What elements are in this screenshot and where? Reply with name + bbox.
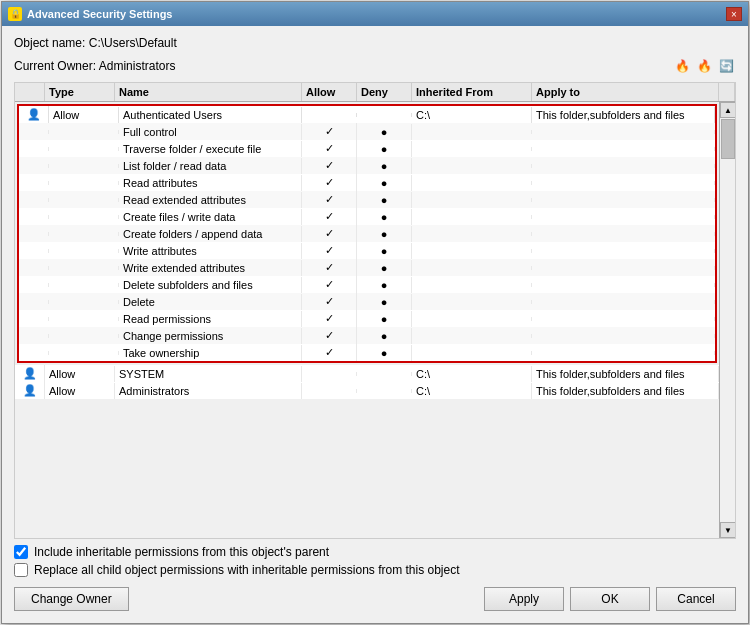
perm-deny-12: ●	[357, 328, 412, 344]
right-buttons: Apply OK Cancel	[484, 587, 736, 611]
owner-icons: 🔥 🔥 🔄	[672, 56, 736, 76]
permission-group-authenticated-users: 👤 Allow Authenticated Users C:\ This fol…	[17, 104, 717, 363]
cancel-button[interactable]: Cancel	[656, 587, 736, 611]
group-header-row: 👤 Allow Authenticated Users C:\ This fol…	[19, 106, 715, 123]
table-row: Change permissions ✓ ●	[19, 327, 715, 344]
owner-row: Current Owner: Administrators 🔥 🔥 🔄	[14, 56, 736, 76]
perm-allow-6: ✓	[302, 225, 357, 242]
table-row: 👤 Allow SYSTEM C:\ This folder,subfolder…	[15, 365, 719, 382]
group-apply: This folder,subfolders and files	[532, 107, 715, 123]
col-allow: Allow	[302, 83, 357, 101]
perm-deny-8: ●	[357, 260, 412, 276]
table-row: Take ownership ✓ ●	[19, 344, 715, 361]
perm-name-0: Full control	[119, 124, 302, 140]
perm-name-8: Write extended attributes	[119, 260, 302, 276]
perm-deny-13: ●	[357, 345, 412, 361]
perm-allow-9: ✓	[302, 276, 357, 293]
perm-allow-5: ✓	[302, 208, 357, 225]
perm-name-5: Create files / write data	[119, 209, 302, 225]
perm-name-13: Take ownership	[119, 345, 302, 361]
table-row: Read permissions ✓ ●	[19, 310, 715, 327]
table-row: Delete subfolders and files ✓ ●	[19, 276, 715, 293]
owner-info: Current Owner: Administrators	[14, 59, 175, 73]
scroll-down-button[interactable]: ▼	[720, 522, 735, 538]
perm-deny-2: ●	[357, 158, 412, 174]
title-bar: 🔒 Advanced Security Settings ×	[2, 2, 748, 26]
perm-name-11: Read permissions	[119, 311, 302, 327]
change-owner-button[interactable]: Change Owner	[14, 587, 129, 611]
perm-deny-7: ●	[357, 243, 412, 259]
system-user-icon: 👤	[15, 365, 45, 382]
perm-allow-13: ✓	[302, 344, 357, 361]
perm-allow-8: ✓	[302, 259, 357, 276]
checkboxes-section: Include inheritable permissions from thi…	[14, 545, 736, 577]
table-row: Traverse folder / execute file ✓ ●	[19, 140, 715, 157]
perm-name-10: Delete	[119, 294, 302, 310]
object-name-row: Object name: C:\Users\Default	[14, 36, 736, 50]
scrollbar[interactable]: ▲ ▼	[719, 102, 735, 538]
checkbox-inheritable[interactable]	[14, 545, 28, 559]
window-icon: 🔒	[8, 7, 22, 21]
close-button[interactable]: ×	[726, 7, 742, 21]
table-row: Create folders / append data ✓ ●	[19, 225, 715, 242]
table-row: List folder / read data ✓ ●	[19, 157, 715, 174]
perm-deny-4: ●	[357, 192, 412, 208]
perm-allow-4: ✓	[302, 191, 357, 208]
system-inherited: C:\	[412, 366, 532, 382]
scrollbar-thumb[interactable]	[721, 119, 735, 159]
admins-inherited: C:\	[412, 383, 532, 399]
group-allow-col	[302, 113, 357, 117]
checkbox-replace-label: Replace all child object permissions wit…	[34, 563, 460, 577]
table-row: Delete ✓ ●	[19, 293, 715, 310]
perm-allow-10: ✓	[302, 293, 357, 310]
perm-deny-5: ●	[357, 209, 412, 225]
col-icon	[15, 83, 45, 101]
apply-button[interactable]: Apply	[484, 587, 564, 611]
col-apply: Apply to	[532, 83, 719, 101]
perm-allow-0: ✓	[302, 123, 357, 140]
checkbox-replace[interactable]	[14, 563, 28, 577]
group-inherited: C:\	[412, 107, 532, 123]
window-title: Advanced Security Settings	[27, 8, 173, 20]
table-row: Write attributes ✓ ●	[19, 242, 715, 259]
fire-icon-1: 🔥	[672, 56, 692, 76]
perm-name-3: Read attributes	[119, 175, 302, 191]
object-name-value: C:\Users\Default	[89, 36, 177, 50]
perm-name-7: Write attributes	[119, 243, 302, 259]
owner-value: Administrators	[99, 59, 176, 73]
ok-button[interactable]: OK	[570, 587, 650, 611]
table-body: 👤 Allow Authenticated Users C:\ This fol…	[15, 102, 719, 538]
permissions-table: Type Name Allow Deny Inherited From Appl…	[14, 82, 736, 539]
checkbox-inheritable-row: Include inheritable permissions from thi…	[14, 545, 736, 559]
perm-name-1: Traverse folder / execute file	[119, 141, 302, 157]
advanced-security-window: 🔒 Advanced Security Settings × Object na…	[1, 1, 749, 624]
table-row: Create files / write data ✓ ●	[19, 208, 715, 225]
perm-allow-11: ✓	[302, 310, 357, 327]
perm-deny-10: ●	[357, 294, 412, 310]
scroll-up-button[interactable]: ▲	[720, 102, 735, 118]
perm-deny-1: ●	[357, 141, 412, 157]
col-inherited: Inherited From	[412, 83, 532, 101]
perm-name-9: Delete subfolders and files	[119, 277, 302, 293]
table-row: Read extended attributes ✓ ●	[19, 191, 715, 208]
col-name: Name	[115, 83, 302, 101]
table-header: Type Name Allow Deny Inherited From Appl…	[15, 83, 735, 102]
perm-deny-3: ●	[357, 175, 412, 191]
perm-name-4: Read extended attributes	[119, 192, 302, 208]
checkbox-replace-row: Replace all child object permissions wit…	[14, 563, 736, 577]
system-type: Allow	[45, 366, 115, 382]
table-row: Full control ✓ ●	[19, 123, 715, 140]
perm-name-6: Create folders / append data	[119, 226, 302, 242]
table-row: Read attributes ✓ ●	[19, 174, 715, 191]
buttons-row: Change Owner Apply OK Cancel	[14, 583, 736, 613]
checkbox-inheritable-label: Include inheritable permissions from thi…	[34, 545, 329, 559]
window-content: Object name: C:\Users\Default Current Ow…	[2, 26, 748, 623]
fire-icon-2: 🔥	[694, 56, 714, 76]
owner-label: Current Owner:	[14, 59, 96, 73]
perm-deny-11: ●	[357, 311, 412, 327]
perm-name-12: Change permissions	[119, 328, 302, 344]
col-deny: Deny	[357, 83, 412, 101]
object-name-label: Object name:	[14, 36, 85, 50]
perm-allow-2: ✓	[302, 157, 357, 174]
group-type: Allow	[49, 107, 119, 123]
